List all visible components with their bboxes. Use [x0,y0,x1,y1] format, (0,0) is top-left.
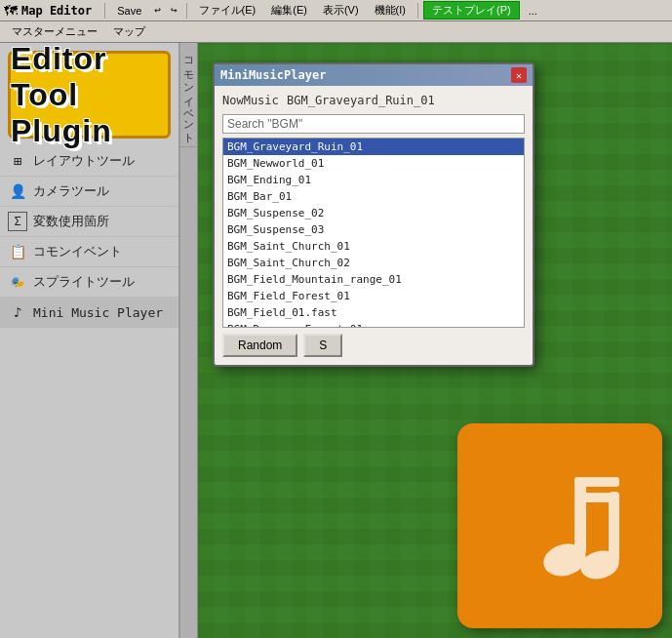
sidebar-item-camera[interactable]: 👤 カメラツール [0,177,178,207]
sidebar-item-common-event[interactable]: 📋 コモンイベント [0,237,178,267]
app-icon: 🗺 [4,3,18,19]
music-list-item[interactable]: BGM_Field_01.fast [223,304,524,321]
dialog-footer: Random S [222,334,525,357]
banner: Editor Tool Plugin [8,51,171,139]
map-item[interactable]: マップ [105,22,153,41]
camera-icon: 👤 [8,181,27,201]
now-music-value: BGM_Graveyard_Ruin_01 [287,94,435,107]
vtab-label[interactable]: コモンイベント [180,43,197,147]
sidebar-item-label: カメラツール [33,182,109,200]
variable-icon: Σ [8,212,27,231]
music-list-item[interactable]: BGM_Saint_Church_02 [223,255,524,271]
music-list[interactable]: BGM_Graveyard_Ruin_01BGM_Newworld_01BGM_… [222,138,525,328]
music-list-item[interactable]: BGM_Bar_01 [223,188,524,205]
music-list-item[interactable]: BGM_Dungeon_Forest_01 [223,321,524,328]
music-list-item[interactable]: BGM_Suspense_02 [223,205,524,221]
game-area: MiniMusicPlayer ✕ NowMusic BGM_Graveyard… [198,43,672,638]
sidebar-item-label: コモンイベント [33,243,122,260]
search-input[interactable] [222,114,525,134]
sidebar-item-label: Mini Music Player [33,305,163,320]
music-list-item[interactable]: BGM_Field_Forest_01 [223,288,524,304]
sidebar-item-label: レイアウトツール [33,152,135,170]
main-area: Editor Tool Plugin ⊞ レイアウトツール 👤 カメラツール Σ… [0,43,672,638]
music-player-dialog: MiniMusicPlayer ✕ NowMusic BGM_Graveyard… [213,62,534,367]
svg-rect-0 [574,477,586,555]
music-note-svg [482,448,638,604]
random-button[interactable]: Random [222,334,297,357]
music-list-item[interactable]: BGM_Suspense_03 [223,221,524,238]
music-icon: ♪ [8,302,27,322]
music-list-item[interactable]: BGM_Graveyard_Ruin_01 [223,139,524,155]
dialog-title: MiniMusicPlayer [220,68,511,82]
sidebar-item-label: スプライトツール [33,273,135,291]
stop-button[interactable]: S [303,334,342,357]
separator [104,3,105,19]
file-menu[interactable]: ファイル(E) [192,1,263,20]
tools-menu[interactable]: 機能(I) [368,1,413,20]
music-list-item[interactable]: BGM_Ending_01 [223,172,524,188]
undo-icon[interactable]: ↩ [150,4,165,17]
redo-icon[interactable]: ↪ [167,4,181,17]
svg-rect-4 [574,477,619,487]
now-music-label: NowMusic [222,94,281,107]
sidebar-item-sprite[interactable]: 🎭 スプライトツール [0,267,178,298]
master-menu-item[interactable]: マスターメニュー [4,22,105,41]
view-menu[interactable]: 表示(V) [316,1,366,20]
vertical-tab: コモンイベント [180,43,198,638]
banner-text: Editor Tool Plugin [11,41,168,149]
dialog-close-button[interactable]: ✕ [511,67,527,83]
save-button[interactable]: Save [110,3,148,19]
music-list-item[interactable]: BGM_Newworld_01 [223,155,524,172]
common-event-icon: 📋 [8,242,27,261]
more-button[interactable]: ... [522,3,544,19]
dialog-body: NowMusic BGM_Graveyard_Ruin_01 BGM_Grave… [215,86,533,365]
music-list-item[interactable]: BGM_Field_Mountain_range_01 [223,271,524,288]
music-list-item[interactable]: BGM_Saint_Church_01 [223,238,524,255]
sidebar-item-layout[interactable]: ⊞ レイアウトツール [0,146,178,177]
sidebar-item-label: 変数使用箇所 [33,213,109,230]
sprite-icon: 🎭 [8,272,27,292]
svg-rect-5 [574,493,619,502]
dialog-titlebar: MiniMusicPlayer ✕ [215,64,533,86]
separator2 [186,3,187,19]
sidebar-item-variable[interactable]: Σ 変数使用箇所 [0,207,178,237]
now-music-row: NowMusic BGM_Graveyard_Ruin_01 [222,94,525,107]
menubar: 🗺 Map Editor Save ↩ ↪ ファイル(E) 編集(E) 表示(V… [0,0,672,21]
play-button[interactable]: テストプレイ(P) [423,1,520,20]
music-icon-box [457,423,662,628]
edit-menu[interactable]: 編集(E) [264,1,314,20]
sidebar: Editor Tool Plugin ⊞ レイアウトツール 👤 カメラツール Σ… [0,43,180,638]
app-title: Map Editor [21,4,92,18]
layout-icon: ⊞ [8,151,27,171]
sidebar-item-mini-music[interactable]: ♪ Mini Music Player [0,298,178,328]
separator3 [417,3,418,19]
